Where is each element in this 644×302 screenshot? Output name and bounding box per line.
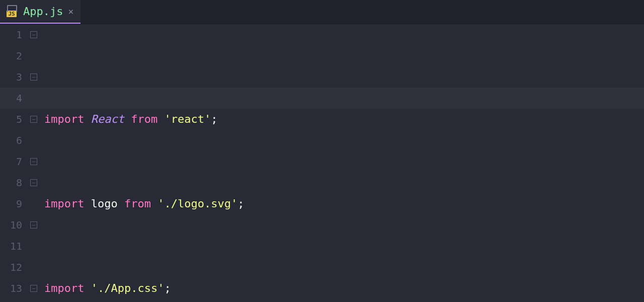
fold-marker-icon[interactable]: – [30, 158, 37, 165]
tab-bar: JS App.js × [0, 0, 644, 24]
js-file-icon: JS [5, 6, 18, 17]
fold-marker-icon[interactable]: – [30, 73, 37, 81]
line-number: 12 [0, 257, 22, 278]
line-number: 11 [0, 236, 22, 257]
fold-marker-icon[interactable]: – [30, 285, 37, 292]
line-number: 7 [0, 151, 22, 172]
tab-filename: App.js [23, 5, 63, 18]
js-badge: JS [7, 11, 16, 17]
line-number: 5 [0, 109, 22, 130]
current-line-highlight [0, 88, 644, 109]
line-number: 10 [0, 214, 22, 236]
close-icon[interactable]: × [68, 6, 73, 17]
fold-marker-icon[interactable]: – [30, 179, 37, 186]
fold-gutter: – – – – – – – [29, 24, 39, 302]
line-number: 6 [0, 130, 22, 151]
editor[interactable]: 1 2 3 4 5 6 7 8 9 10 11 12 13 – – – – – … [0, 24, 644, 302]
fold-marker-icon[interactable]: – [30, 116, 37, 123]
code-line[interactable]: import React from 'react'; [44, 109, 644, 130]
line-number: 2 [0, 45, 22, 66]
code-line[interactable]: import './App.css'; [44, 278, 644, 299]
line-number: 8 [0, 172, 22, 193]
line-number: 3 [0, 66, 22, 88]
line-number: 1 [0, 24, 22, 45]
line-number-gutter: 1 2 3 4 5 6 7 8 9 10 11 12 13 [0, 24, 29, 302]
line-number: 13 [0, 278, 22, 299]
code-line[interactable]: import logo from './logo.svg'; [44, 193, 644, 214]
code-area[interactable]: import React from 'react'; import logo f… [39, 24, 644, 302]
file-tab[interactable]: JS App.js × [0, 0, 80, 24]
fold-marker-icon[interactable]: – [30, 221, 37, 229]
line-number: 9 [0, 193, 22, 214]
fold-marker-icon[interactable]: – [30, 31, 37, 38]
